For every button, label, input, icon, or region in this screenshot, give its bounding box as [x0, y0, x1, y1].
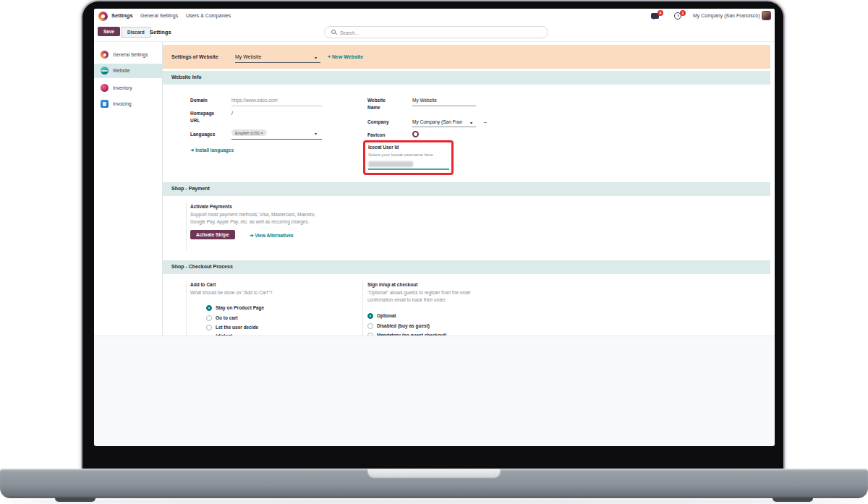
search-input[interactable]: Search...: [324, 26, 548, 38]
section-website-info: Website Info: [163, 71, 770, 85]
signin-title: Sign in/up at checkout: [367, 282, 417, 287]
save-button[interactable]: Save: [98, 27, 120, 36]
domain-underline: [231, 106, 322, 106]
add-to-cart-desc: What should be done on "Add to Cart"?: [190, 290, 272, 295]
invoicing-icon: [101, 100, 109, 108]
laptop-lid-notch: [367, 469, 501, 479]
column-divider: [362, 281, 363, 336]
payments-desc-1: Support most payment methods; Visa, Mast…: [190, 212, 315, 217]
website-name-input[interactable]: My Website: [412, 98, 437, 103]
radio-mandatory[interactable]: [367, 333, 373, 336]
internal-link-arrow-icon[interactable]: →: [482, 119, 488, 125]
website-select-underline: [235, 62, 320, 63]
install-languages-link[interactable]: ➜ Install languages: [190, 148, 234, 153]
sidebar-item-label: Website: [113, 68, 129, 73]
general-settings-icon: [101, 51, 109, 59]
icecat-user-id-label: Icecat User Id: [368, 145, 399, 150]
sidebar-item-website[interactable]: Website: [94, 64, 163, 78]
section-title: Shop - Payment: [171, 186, 210, 191]
radio-disabled-guest[interactable]: [367, 323, 373, 329]
sidebar-item-inventory[interactable]: Inventory: [94, 81, 163, 95]
search-placeholder: Search...: [340, 30, 359, 35]
add-to-cart-title: Add to Cart: [190, 282, 216, 287]
radio-optional[interactable]: [367, 313, 373, 319]
settings-sidebar: General Settings Website Inventory Invoi…: [94, 42, 163, 336]
website-selector-banner: Settings of Website My Website ▾ + New W…: [163, 45, 770, 69]
homepage-url-label: Homepage: [190, 111, 214, 116]
homepage-url-label-2: URL: [190, 118, 200, 123]
install-languages-label: Install languages: [195, 148, 234, 153]
setting-divider: [186, 202, 187, 250]
breadcrumb: Settings: [150, 29, 171, 35]
setting-divider: [186, 281, 187, 336]
discard-button[interactable]: Discard: [121, 27, 151, 38]
messages-badge: 4: [658, 10, 663, 16]
laptop-shadow: [7, 500, 861, 503]
chevron-down-icon[interactable]: ▾: [315, 131, 317, 136]
signin-desc-2: confirmation email to track their order.: [367, 297, 446, 302]
chevron-down-icon[interactable]: ▾: [470, 120, 472, 125]
company-underline: [412, 127, 476, 127]
domain-input[interactable]: https://www.odoo.com: [231, 98, 278, 103]
sidebar-item-label: General Settings: [113, 52, 148, 57]
company-menu[interactable]: My Company (San Francisco): [693, 13, 760, 18]
favicon-label: Favicon: [367, 132, 386, 137]
website-name-underline: [412, 106, 476, 106]
section-shop-payment: Shop - Payment: [163, 182, 770, 196]
icecat-hint: Select your Icecat username here: [368, 153, 433, 157]
view-alternatives-link[interactable]: ➜ View Alternatives: [250, 233, 294, 239]
nav-general-settings[interactable]: General Settings: [140, 13, 178, 18]
icecat-username-input-redacted[interactable]: [368, 161, 413, 167]
website-name-label-2: Name: [367, 105, 380, 110]
company-select[interactable]: My Company (San Fran: [412, 119, 462, 124]
section-shop-checkout: Shop - Checkout Process: [163, 260, 770, 274]
language-tag[interactable]: English (US) ×: [231, 129, 267, 136]
radio-label[interactable]: Go to cart: [216, 315, 238, 320]
activate-payments-title: Activate Payments: [190, 204, 232, 209]
icecat-input-underline: [368, 168, 449, 170]
odoo-settings-app: Settings General Settings Users & Compan…: [94, 9, 775, 336]
languages-underline: [231, 139, 322, 140]
sidebar-item-general-settings[interactable]: General Settings: [94, 48, 163, 62]
radio-stay-on-product-page[interactable]: [206, 305, 212, 311]
languages-label: Languages: [190, 132, 215, 137]
new-website-link[interactable]: + New Website: [328, 54, 363, 59]
radio-label[interactable]: Stay on Product Page: [216, 305, 264, 310]
signin-desc-1: "Optional" allows guests to register fro…: [367, 290, 471, 295]
website-icon: [101, 67, 109, 74]
radio-label[interactable]: Let the user decide: [216, 325, 258, 330]
laptop-bezel: Settings General Settings Users & Compan…: [81, 0, 785, 470]
control-bar: Save Discard Settings Search...: [94, 23, 775, 42]
sidebar-item-label: Inventory: [113, 85, 132, 90]
chevron-down-icon[interactable]: ▾: [315, 55, 317, 60]
laptop-screen: Settings General Settings Users & Compan…: [94, 9, 775, 446]
sidebar-item-invoicing[interactable]: Invoicing: [94, 97, 163, 111]
domain-label: Domain: [190, 98, 208, 103]
view-alternatives-label: View Alternatives: [255, 233, 293, 238]
favicon-preview-icon[interactable]: [412, 131, 419, 137]
radio-label[interactable]: Mandatory (no guest checkout): [377, 333, 446, 336]
inventory-icon: [101, 84, 109, 92]
radio-let-user-decide[interactable]: [206, 325, 212, 330]
app-name[interactable]: Settings: [111, 12, 133, 19]
settings-of-website-label: Settings of Website: [171, 54, 218, 59]
arrow-right-icon: ➜: [190, 148, 194, 153]
website-name-label: Website: [367, 98, 386, 103]
radio-label-continuation: (dialog): [216, 333, 232, 336]
odoo-logo-icon[interactable]: [98, 12, 108, 21]
radio-label[interactable]: Disabled (buy as guest): [377, 323, 430, 328]
company-label: Company: [367, 119, 389, 124]
section-title: Website Info: [171, 74, 201, 80]
activities-badge: 2: [680, 10, 686, 16]
website-select-value[interactable]: My Website: [235, 54, 261, 59]
radio-go-to-cart[interactable]: [206, 315, 212, 321]
radio-label[interactable]: Optional: [377, 313, 396, 318]
arrow-right-icon: ➜: [250, 233, 253, 238]
activate-stripe-button[interactable]: Activate Stripe: [190, 230, 235, 239]
nav-users-companies[interactable]: Users & Companies: [186, 13, 231, 18]
section-title: Shop - Checkout Process: [171, 264, 233, 269]
homepage-url-input[interactable]: /: [231, 111, 233, 116]
sidebar-item-label: Invoicing: [113, 101, 132, 106]
user-avatar[interactable]: [762, 11, 771, 20]
search-icon: [331, 30, 336, 34]
